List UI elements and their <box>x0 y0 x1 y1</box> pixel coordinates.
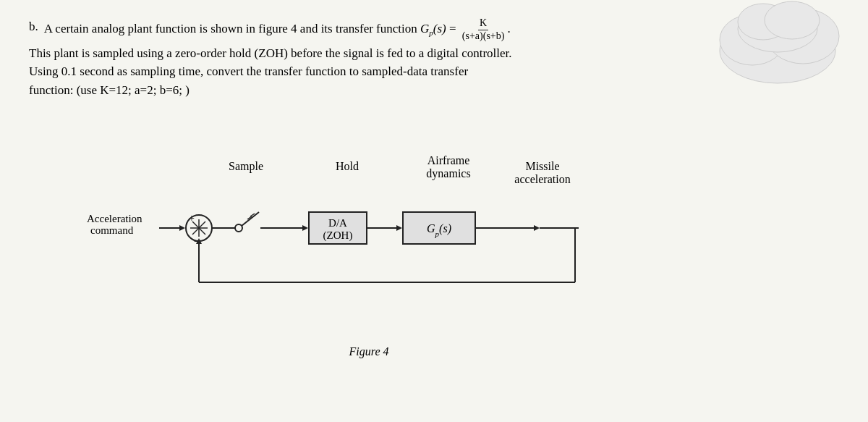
hold-label: Hold <box>336 160 359 172</box>
line1-text: A certain analog plant function is shown… <box>44 17 511 43</box>
da-label: D/A <box>328 217 347 229</box>
sample-label: Sample <box>229 160 263 173</box>
transfer-fraction: K(s+a)(s+b) <box>461 17 506 43</box>
da-arrow <box>396 225 402 231</box>
dynamics-label: dynamics <box>426 167 470 180</box>
gp-arrow <box>534 225 540 231</box>
input-arrow <box>179 225 185 231</box>
switch-circle <box>235 224 242 232</box>
svg-point-5 <box>765 1 820 39</box>
cloud-decoration <box>709 0 846 87</box>
acc-command-label2: command <box>90 224 134 236</box>
figure-label: Figure 4 <box>349 345 389 358</box>
gp-symbol: Gp(s) <box>420 22 446 35</box>
acceleration-label: acceleration <box>514 173 570 185</box>
switch-arm <box>242 212 259 226</box>
acc-command-label: Acceleration <box>87 213 142 224</box>
missile-label: Missile <box>525 160 559 172</box>
problem-label: b. <box>29 17 38 36</box>
main-container: b. A certain analog plant function is sh… <box>0 0 868 422</box>
airframe-label: Airframe <box>427 154 470 166</box>
diagram-area: Sample Hold Airframe dynamics Missile ac… <box>87 127 651 373</box>
zoh-label: (ZOH) <box>323 229 353 242</box>
switch-arrow <box>302 225 308 231</box>
diagram-svg: Sample Hold Airframe dynamics Missile ac… <box>87 127 651 373</box>
